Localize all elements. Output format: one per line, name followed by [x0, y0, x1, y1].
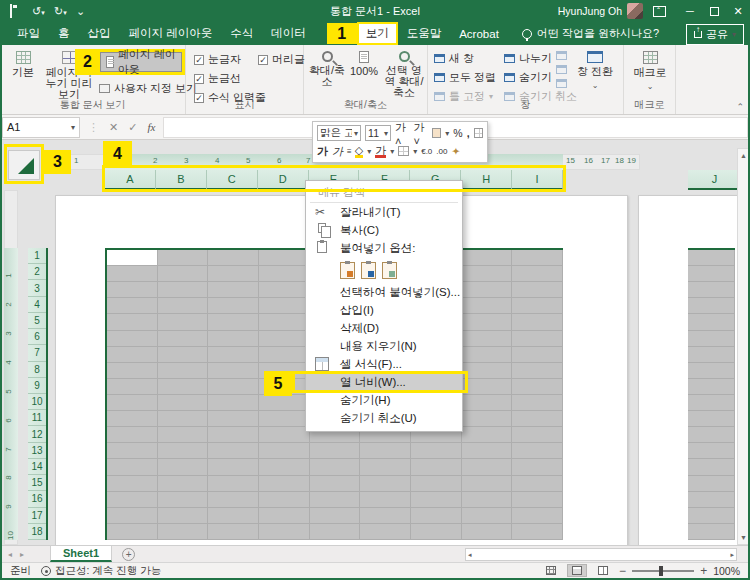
grid-cell[interactable]	[462, 379, 513, 395]
grid-cell[interactable]	[208, 298, 259, 314]
grid-cell[interactable]	[158, 331, 209, 347]
share-button[interactable]: 공유▾	[686, 24, 744, 45]
grid-cell[interactable]	[310, 476, 361, 492]
grid-cell[interactable]	[107, 266, 158, 282]
grid-cell[interactable]	[107, 476, 158, 492]
grid-cell[interactable]	[512, 524, 563, 540]
grid-cell[interactable]	[208, 459, 259, 475]
grid-cell[interactable]	[107, 331, 158, 347]
headings-checkbox[interactable]: ✓머리글	[258, 52, 305, 67]
row-header-10[interactable]: 10	[28, 394, 46, 410]
grid-cell[interactable]	[158, 314, 209, 330]
grid-cell[interactable]	[462, 395, 513, 411]
grid-cell[interactable]	[208, 443, 259, 459]
redo-icon[interactable]: ↻▾	[54, 5, 68, 17]
row-header-8[interactable]: 8	[28, 362, 46, 378]
row-header-14[interactable]: 14	[28, 459, 46, 475]
view-side-by-side-icon[interactable]	[556, 51, 567, 60]
grid-cell[interactable]	[107, 443, 158, 459]
page-layout-view-button[interactable]: 페이지 레이아웃	[100, 52, 182, 72]
grid-cell[interactable]	[259, 524, 310, 540]
row-header-2[interactable]: 2	[28, 264, 46, 280]
grid-cell[interactable]	[462, 298, 513, 314]
insert-function-icon[interactable]: fx	[147, 121, 155, 133]
column-header-a[interactable]: A	[105, 170, 156, 190]
grid-cell[interactable]	[411, 508, 462, 524]
grid-cell[interactable]	[688, 266, 735, 282]
restore-button[interactable]	[702, 0, 726, 22]
grid-cell[interactable]	[158, 347, 209, 363]
tell-me-search[interactable]: 어떤 작업을 원하시나요?	[537, 26, 659, 41]
column-header-j[interactable]: J	[688, 170, 742, 190]
add-sheet-button[interactable]: +	[122, 548, 135, 561]
row-header-3[interactable]: 3	[28, 280, 46, 296]
grid-cell[interactable]	[462, 524, 513, 540]
grid-cell[interactable]	[411, 476, 462, 492]
grid-cell[interactable]	[512, 395, 563, 411]
grid-cell[interactable]	[310, 508, 361, 524]
grid-cell[interactable]	[512, 508, 563, 524]
custom-views-button[interactable]: 사용자 지정 보기	[99, 81, 197, 96]
borders-icon[interactable]	[398, 146, 409, 156]
grid-cell[interactable]	[462, 492, 513, 508]
grid-cell[interactable]	[107, 395, 158, 411]
arrange-all-button[interactable]: 모두 정렬	[434, 70, 496, 85]
menu-item-insert[interactable]: 삽입(I)	[306, 301, 462, 319]
bold-icon[interactable]: 가	[317, 144, 328, 159]
column-header-c[interactable]: C	[207, 170, 258, 190]
grid-cell[interactable]	[259, 314, 310, 330]
grid-cell[interactable]	[259, 395, 310, 411]
new-window-button[interactable]: 새 창	[434, 51, 496, 66]
row-header-16[interactable]: 16	[28, 491, 46, 507]
column-header-h[interactable]: H	[461, 170, 512, 190]
ribbon-tab-7[interactable]: 보기	[357, 22, 398, 45]
grid-cell[interactable]	[107, 411, 158, 427]
row-header-17[interactable]: 17	[28, 508, 46, 524]
page-layout-view-toggle[interactable]	[567, 564, 587, 577]
grid-cell[interactable]	[107, 427, 158, 443]
zoom-slider-thumb[interactable]	[659, 566, 663, 576]
horizontal-scrollbar[interactable]: ◂ ▸	[465, 548, 737, 561]
grid-cell[interactable]	[208, 379, 259, 395]
grid-cell[interactable]	[411, 524, 462, 540]
zoom-slider[interactable]	[632, 570, 694, 572]
format-painter-icon[interactable]: ✦	[451, 145, 460, 157]
grid-cell[interactable]	[462, 508, 513, 524]
grid-cell[interactable]	[462, 459, 513, 475]
grid-cell[interactable]	[411, 443, 462, 459]
grid-cell[interactable]	[158, 363, 209, 379]
grid-cell[interactable]	[310, 443, 361, 459]
grid-cell[interactable]	[512, 379, 563, 395]
center-align-icon[interactable]: ≡	[347, 147, 351, 156]
grid-cell[interactable]	[208, 347, 259, 363]
grid-cell[interactable]	[688, 459, 735, 475]
zoom-button[interactable]: 확대/축소	[308, 51, 346, 87]
grid-cell[interactable]	[158, 298, 209, 314]
increase-decimal-icon[interactable]: €.0	[421, 147, 432, 156]
menu-item-cut[interactable]: 잘라내기(T)	[306, 203, 462, 221]
grid-cell[interactable]	[310, 459, 361, 475]
grid-cell[interactable]	[107, 363, 158, 379]
scroll-right-icon[interactable]: ▸	[730, 551, 734, 559]
zoom-out-icon[interactable]: −	[619, 564, 626, 578]
ribbon-tab-9[interactable]: Acrobat	[450, 25, 508, 43]
grid-cell[interactable]	[208, 411, 259, 427]
fill-color-icon[interactable]: ◇	[355, 145, 363, 158]
grid-cell[interactable]	[107, 492, 158, 508]
grid-cell[interactable]	[259, 476, 310, 492]
grid-cell[interactable]	[411, 459, 462, 475]
grid-cell[interactable]	[360, 508, 411, 524]
grid-cell[interactable]	[208, 314, 259, 330]
grid-cell[interactable]	[462, 363, 513, 379]
enter-icon[interactable]: ✓	[128, 121, 137, 134]
grid-cell[interactable]	[208, 331, 259, 347]
grid-cell[interactable]	[512, 347, 563, 363]
grid-cell[interactable]	[158, 459, 209, 475]
reset-window-position-icon[interactable]	[556, 79, 567, 88]
paste-formatting-icon[interactable]	[361, 262, 376, 279]
comma-style-icon[interactable]: ,	[467, 127, 470, 139]
font-name-select[interactable]: 맑은 고딕▾	[317, 125, 361, 141]
grid-cell[interactable]	[688, 250, 735, 266]
row-header-9[interactable]: 9	[28, 378, 46, 394]
save-icon[interactable]	[10, 5, 24, 17]
